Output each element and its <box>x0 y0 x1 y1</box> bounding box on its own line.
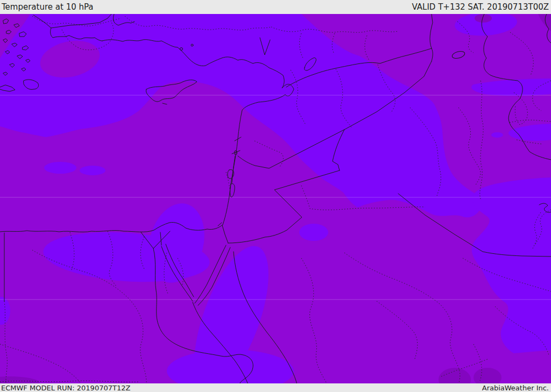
warm-lens-5 <box>491 132 503 138</box>
header-bar: Temperature at 10 hPa VALID T+132 SAT. 2… <box>0 0 551 14</box>
brand-label: ArabiaWeather Inc. <box>482 384 549 392</box>
weather-map-canvas <box>0 14 551 383</box>
temperature-fill-layer <box>0 14 551 383</box>
deep-shade-blob-3 <box>475 14 492 23</box>
footer-bar: ECMWF MODEL RUN: 20190707T12Z ArabiaWeat… <box>0 383 551 392</box>
valid-time-label: VALID T+132 SAT. 20190713T00Z <box>412 2 549 12</box>
warm-lens-4 <box>299 224 328 241</box>
warm-lens-2 <box>80 166 105 175</box>
model-run-label: ECMWF MODEL RUN: 20190707T12Z <box>1 384 130 392</box>
screenshot-root: { "header": { "title": "Temperature at 1… <box>0 0 551 392</box>
warm-lens-1 <box>44 162 76 174</box>
weather-map <box>0 14 551 383</box>
page-title: Temperature at 10 hPa <box>2 2 94 12</box>
